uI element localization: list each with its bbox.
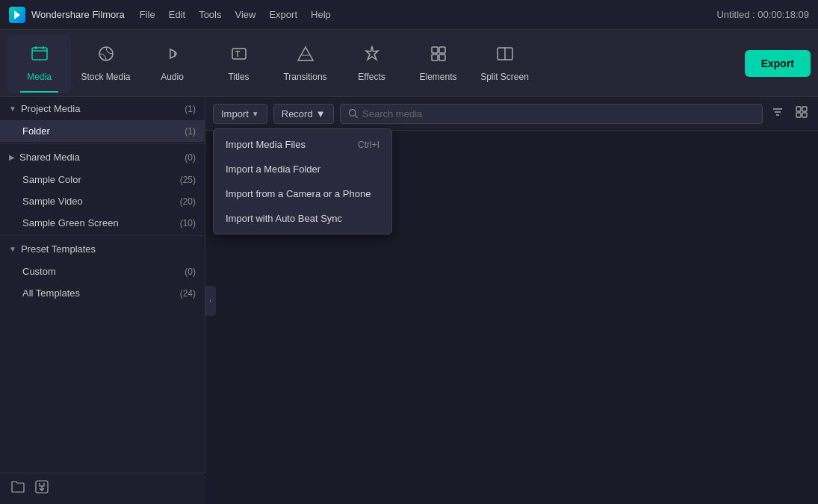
svg-marker-7 xyxy=(298,47,313,60)
elements-icon xyxy=(430,45,447,67)
all-templates-label: All Templates xyxy=(22,287,180,299)
menu-edit[interactable]: Edit xyxy=(169,9,185,20)
tool-split-screen[interactable]: Split Screen xyxy=(473,34,536,93)
audio-icon xyxy=(164,45,182,67)
media-icon xyxy=(31,45,49,67)
project-title: Untitled : 00:00:18:09 xyxy=(716,9,809,20)
panel-area: Import ▼ Record ▼ xyxy=(205,97,818,504)
import-camera-label: Import from a Camera or a Phone xyxy=(226,188,371,199)
menu-view[interactable]: View xyxy=(235,9,255,20)
svg-rect-1 xyxy=(32,48,47,60)
chevron-down-icon: ▼ xyxy=(9,105,16,113)
svg-point-16 xyxy=(349,110,356,116)
grid-view-button[interactable] xyxy=(793,103,811,124)
folder-count: (1) xyxy=(185,126,196,137)
tool-elements[interactable]: Elements xyxy=(406,34,470,93)
sidebar-item-all-templates[interactable]: All Templates (24) xyxy=(0,282,205,304)
svg-rect-2 xyxy=(35,46,37,49)
sample-color-label: Sample Color xyxy=(22,174,180,185)
record-button[interactable]: Record ▼ xyxy=(273,104,334,124)
export-button[interactable]: Export xyxy=(745,50,811,77)
sample-video-count: (20) xyxy=(180,196,196,207)
import-media-files-label: Import Media Files xyxy=(226,139,306,150)
chevron-right-icon: ▶ xyxy=(9,153,15,161)
import-media-files-shortcut: Ctrl+I xyxy=(358,140,379,150)
folder-label: Folder xyxy=(22,125,185,137)
sidebar-bottom xyxy=(0,473,205,504)
sidebar-item-sample-video[interactable]: Sample Video (20) xyxy=(0,190,205,212)
svg-rect-11 xyxy=(432,55,438,60)
app-name: Wondershare Filmora xyxy=(31,9,125,20)
svg-text:T: T xyxy=(235,50,240,58)
svg-line-17 xyxy=(355,115,357,117)
svg-rect-24 xyxy=(802,113,807,117)
tool-effects[interactable]: Effects xyxy=(340,34,403,93)
tool-media[interactable]: Media xyxy=(7,34,71,93)
effects-icon xyxy=(363,45,381,67)
tool-titles[interactable]: T Titles xyxy=(207,34,270,93)
svg-rect-21 xyxy=(796,107,801,111)
menu-tools[interactable]: Tools xyxy=(199,9,221,20)
custom-label: Custom xyxy=(22,266,185,277)
project-media-label: Project Media xyxy=(21,103,180,114)
tool-effects-label: Effects xyxy=(358,72,385,82)
main-content: ▼ Project Media (1) Folder (1) ▶ Shared … xyxy=(0,97,818,504)
import-media-files-item[interactable]: Import Media Files Ctrl+I xyxy=(214,132,391,157)
tool-audio-label: Audio xyxy=(161,72,184,82)
svg-rect-23 xyxy=(796,113,801,117)
sidebar-section-project-media[interactable]: ▼ Project Media (1) xyxy=(0,97,205,120)
sidebar-item-sample-color[interactable]: Sample Color (25) xyxy=(0,169,205,190)
shared-media-label: Shared Media xyxy=(19,152,180,163)
import-dropdown-arrow: ▼ xyxy=(252,110,259,118)
tool-split-screen-label: Split Screen xyxy=(480,72,529,82)
svg-rect-10 xyxy=(439,47,445,53)
sidebar-section-shared-media[interactable]: ▶ Shared Media (0) xyxy=(0,146,205,169)
svg-rect-12 xyxy=(439,55,445,60)
svg-rect-22 xyxy=(802,107,807,111)
record-label: Record xyxy=(282,108,313,119)
top-bar: Wondershare Filmora File Edit Tools View… xyxy=(0,0,818,30)
import-media-folder-label: Import a Media Folder xyxy=(226,164,320,175)
shared-media-count: (0) xyxy=(185,152,196,163)
filter-button[interactable] xyxy=(769,103,787,124)
tool-audio[interactable]: Audio xyxy=(140,34,204,93)
search-input[interactable] xyxy=(362,108,755,119)
tool-transitions[interactable]: Transitions xyxy=(273,34,337,93)
tool-elements-label: Elements xyxy=(419,72,456,82)
tool-media-label: Media xyxy=(27,72,52,82)
all-templates-count: (24) xyxy=(180,288,196,299)
project-media-count: (1) xyxy=(185,104,196,114)
import-camera-item[interactable]: Import from a Camera or a Phone xyxy=(214,181,391,206)
custom-count: (0) xyxy=(185,267,196,277)
sample-video-label: Sample Video xyxy=(22,196,180,207)
import-auto-beat-label: Import with Auto Beat Sync xyxy=(226,213,342,224)
menu-file[interactable]: File xyxy=(140,9,155,20)
import-media-folder-item[interactable]: Import a Media Folder xyxy=(214,157,391,181)
new-folder-icon[interactable] xyxy=(10,479,25,498)
tool-titles-label: Titles xyxy=(228,72,249,82)
divider xyxy=(0,143,205,144)
sample-green-screen-label: Sample Green Screen xyxy=(22,217,180,228)
sidebar-section-preset-templates[interactable]: ▼ Preset Templates xyxy=(0,237,205,261)
menu-bar: File Edit Tools View Export Help xyxy=(140,9,717,20)
sidebar-item-custom[interactable]: Custom (0) xyxy=(0,261,205,282)
menu-help[interactable]: Help xyxy=(311,9,331,20)
sample-green-screen-count: (10) xyxy=(180,218,196,228)
sidebar-item-folder[interactable]: Folder (1) xyxy=(0,120,205,142)
import-files-icon[interactable] xyxy=(34,479,49,498)
import-auto-beat-item[interactable]: Import with Auto Beat Sync xyxy=(214,206,391,231)
sidebar-collapse-handle[interactable]: ‹ xyxy=(205,286,216,316)
sample-color-count: (25) xyxy=(180,175,196,185)
sidebar: ▼ Project Media (1) Folder (1) ▶ Shared … xyxy=(0,97,205,504)
import-button[interactable]: Import ▼ xyxy=(213,104,267,124)
search-box xyxy=(340,104,763,124)
tool-stock-media[interactable]: Stock Media xyxy=(74,34,137,93)
svg-rect-9 xyxy=(432,47,438,53)
menu-export[interactable]: Export xyxy=(269,9,297,20)
panel-toolbar: Import ▼ Record ▼ xyxy=(205,97,818,131)
tool-stock-media-label: Stock Media xyxy=(81,72,130,82)
divider2 xyxy=(0,235,205,236)
sidebar-item-sample-green-screen[interactable]: Sample Green Screen (10) xyxy=(0,212,205,234)
chevron-down-icon2: ▼ xyxy=(9,245,16,253)
svg-marker-0 xyxy=(14,10,20,19)
